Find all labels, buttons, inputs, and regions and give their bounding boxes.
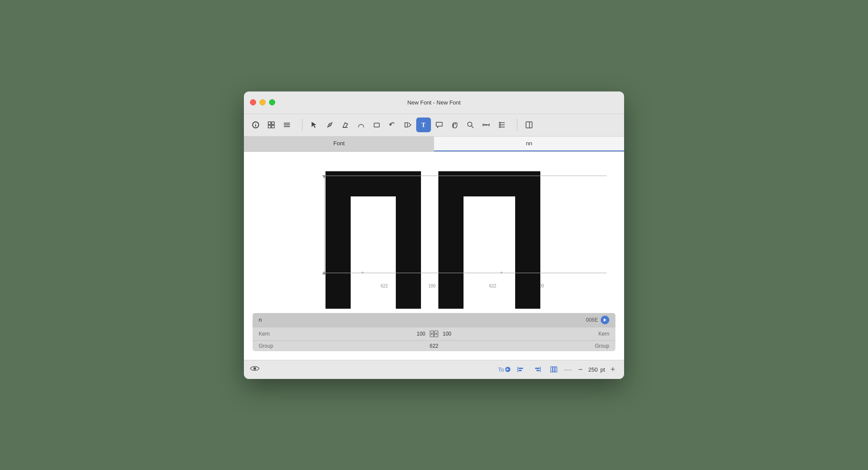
canvas-area: ⌐ ¬ ¬ + + + + 100 622 (244, 152, 624, 360)
tabbar: Font nn (244, 137, 624, 152)
titlebar: New Font - New Font (244, 91, 624, 114)
bottom-bar: To (244, 360, 624, 379)
minimize-button[interactable] (260, 99, 266, 105)
svg-rect-15 (405, 123, 408, 127)
glyph-code-area: 006E (586, 316, 609, 324)
list-button[interactable] (279, 118, 294, 132)
svg-rect-35 (515, 171, 540, 309)
svg-point-2 (255, 123, 256, 124)
glyph-svg (309, 169, 587, 309)
panel-toggle[interactable] (522, 118, 536, 132)
bubble-tool[interactable] (432, 118, 447, 132)
info-panel: n 006E Kern 100 (253, 313, 615, 351)
maximize-button[interactable] (269, 99, 275, 105)
eraser-tool[interactable] (338, 118, 353, 132)
align-left-button[interactable] (514, 363, 527, 376)
zoom-in-button[interactable]: + (608, 364, 618, 375)
svg-rect-14 (374, 123, 379, 127)
svg-line-18 (471, 126, 473, 128)
guide-vertical (324, 176, 325, 274)
draw-tools-group: T (307, 118, 509, 132)
glyph-name: n (259, 317, 262, 323)
kern-values: 100 100 (285, 330, 583, 338)
kern-left-value: 100 (417, 331, 425, 337)
zoom-out-button[interactable]: − (575, 364, 585, 375)
font-tab[interactable]: Font (244, 137, 434, 151)
goto-button[interactable] (601, 316, 609, 324)
guide-baseline (322, 273, 607, 273)
toolbar: T (244, 114, 624, 137)
measure-tool[interactable] (479, 118, 493, 132)
info-button[interactable] (248, 118, 263, 132)
glyph-code-value: 006E (586, 317, 598, 323)
traffic-lights (250, 99, 275, 105)
svg-rect-49 (536, 370, 539, 371)
svg-rect-51 (553, 367, 555, 372)
glyph-viewport: ⌐ ¬ ¬ + + + + 100 622 (244, 152, 624, 309)
svg-rect-52 (555, 367, 557, 372)
group-value: 622 (430, 343, 438, 349)
undo-tool[interactable] (385, 118, 400, 132)
columns-button[interactable] (547, 363, 560, 376)
group-label-left: Group (259, 343, 285, 349)
kern-icon (430, 330, 438, 338)
svg-rect-50 (551, 367, 552, 372)
flip-tool[interactable] (401, 118, 415, 132)
guide-top (322, 176, 607, 176)
bezier-tool[interactable] (354, 118, 368, 132)
svg-rect-3 (268, 122, 271, 124)
app-window: New Font - New Font (244, 91, 624, 379)
separator-2 (517, 119, 517, 131)
window-title: New Font - New Font (408, 99, 461, 106)
kern-right-value: 100 (443, 331, 451, 337)
svg-rect-4 (272, 122, 274, 124)
svg-rect-5 (268, 125, 271, 128)
hand-tool[interactable] (447, 118, 462, 132)
kern-row: Kern 100 100 Ker (253, 327, 615, 340)
svg-rect-45 (519, 368, 523, 369)
zoom-value: 250 (588, 366, 598, 373)
bottom-right: To (498, 363, 618, 376)
group-label-right: Group (583, 343, 609, 349)
svg-point-42 (253, 367, 256, 370)
view-tools-group (248, 118, 294, 132)
info-panel-header: n 006E (253, 313, 615, 327)
transform-tool[interactable] (494, 118, 509, 132)
separator-1 (302, 119, 302, 131)
zoom-tool[interactable] (463, 118, 478, 132)
align-right-button[interactable] (531, 363, 544, 376)
to-button[interactable]: To (498, 363, 511, 376)
svg-point-12 (358, 127, 359, 128)
svg-rect-32 (396, 171, 421, 309)
svg-rect-46 (519, 370, 522, 371)
svg-text:T: T (421, 122, 426, 128)
to-label: To (498, 366, 504, 373)
bottom-left (250, 365, 260, 374)
svg-point-10 (329, 124, 331, 126)
zoom-unit: pt (600, 366, 605, 373)
nn-tab[interactable]: nn (434, 137, 624, 151)
zoom-display: − 250 pt + (575, 364, 618, 375)
svg-rect-28 (526, 122, 532, 128)
kern-label-right: Kern (583, 331, 609, 337)
rect-tool[interactable] (369, 118, 384, 132)
arrow-tool[interactable] (307, 118, 322, 132)
kern-label-left: Kern (259, 331, 285, 337)
svg-point-13 (363, 127, 365, 128)
close-button[interactable] (250, 99, 256, 105)
grid-button[interactable] (264, 118, 279, 132)
group-values: 622 (285, 343, 583, 349)
svg-rect-48 (535, 368, 539, 369)
separator-bottom: — (564, 365, 572, 374)
svg-rect-6 (272, 125, 274, 128)
text-tool[interactable]: T (416, 118, 431, 132)
eye-icon (250, 365, 260, 374)
pen-tool[interactable] (322, 118, 337, 132)
group-row: Group 622 Group (253, 340, 615, 351)
